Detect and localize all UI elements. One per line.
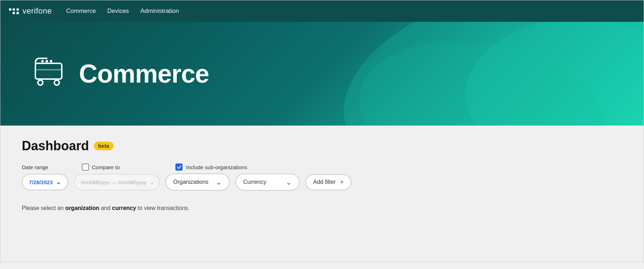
organizations-label: Organizations [173, 179, 209, 185]
checkmark-icon [177, 165, 181, 170]
logo-dot [16, 8, 19, 11]
logo-dot [9, 8, 11, 11]
svg-point-3 [50, 60, 53, 63]
svg-point-5 [54, 80, 59, 85]
svg-rect-0 [35, 63, 62, 79]
currency-dropdown[interactable]: Currency ⌄ [235, 173, 300, 191]
message-middle: and [99, 205, 112, 211]
currency-chevron-icon: ⌄ [286, 178, 292, 186]
logo-text: verifone [23, 6, 52, 16]
shopping-cart-icon [29, 53, 68, 93]
svg-point-1 [41, 60, 44, 63]
plus-icon: + [340, 178, 344, 186]
logo-dot [13, 12, 15, 14]
info-message: Please select an organization and curren… [22, 205, 622, 211]
add-filter-button[interactable]: Add filter + [305, 174, 352, 190]
organizations-chevron-icon: ⌄ [216, 178, 222, 186]
compare-to-checkbox[interactable] [82, 163, 89, 171]
nav-link-devices[interactable]: Devices [107, 6, 129, 16]
logo-dot [13, 8, 15, 11]
compare-date-input[interactable]: mm/dd/yyyy — mm/dd/yyyy ⌄ [74, 174, 160, 190]
compare-date-placeholder: mm/dd/yyyy — mm/dd/yyyy [81, 179, 146, 185]
filters-label-row: Date range Compare to Include sub-organi… [22, 163, 622, 171]
filters-controls-row: 7/28/2023 ⌄ mm/dd/yyyy — mm/dd/yyyy ⌄ Or… [22, 173, 622, 191]
message-prefix: Please select an [22, 205, 65, 211]
compare-to-label: Compare to [92, 164, 120, 170]
svg-point-2 [46, 60, 48, 63]
organizations-dropdown[interactable]: Organizations ⌄ [165, 173, 230, 191]
date-range-button[interactable]: 7/28/2023 ⌄ [22, 174, 68, 190]
hero-banner: Commerce [0, 22, 644, 126]
date-range-label: Date range [22, 164, 78, 170]
hero-content: Commerce [29, 53, 209, 94]
message-org-bold: organization [65, 205, 99, 211]
hero-title: Commerce [79, 59, 209, 88]
currency-label: Currency [243, 179, 266, 185]
svg-point-4 [38, 80, 43, 85]
message-suffix: to view transactions. [136, 205, 189, 211]
cart-icon [29, 53, 68, 94]
main-content: Dashboard beta Date range Compare to Inc… [0, 126, 644, 261]
add-filter-label: Add filter [313, 179, 336, 185]
dashboard-header: Dashboard beta [22, 138, 622, 153]
date-range-value: 7/28/2023 [29, 179, 53, 185]
logo-dot [16, 12, 19, 14]
logo-area: verifone [9, 6, 52, 16]
dashboard-title: Dashboard [22, 138, 89, 153]
compare-chevron-icon: ⌄ [149, 178, 155, 186]
logo-dot [9, 12, 11, 14]
nav-link-commerce[interactable]: Commerce [66, 6, 96, 16]
include-sub-orgs-checkbox[interactable] [175, 163, 183, 171]
logo-dots-icon [9, 8, 19, 14]
include-sub-orgs-label: Include sub-organizations [186, 164, 247, 170]
chevron-down-icon: ⌄ [56, 178, 61, 186]
message-currency-bold: currency [112, 205, 136, 211]
beta-badge: beta [94, 142, 114, 150]
top-navigation: verifone Commerce Devices Administration [0, 0, 644, 22]
nav-link-administration[interactable]: Administration [140, 6, 179, 16]
